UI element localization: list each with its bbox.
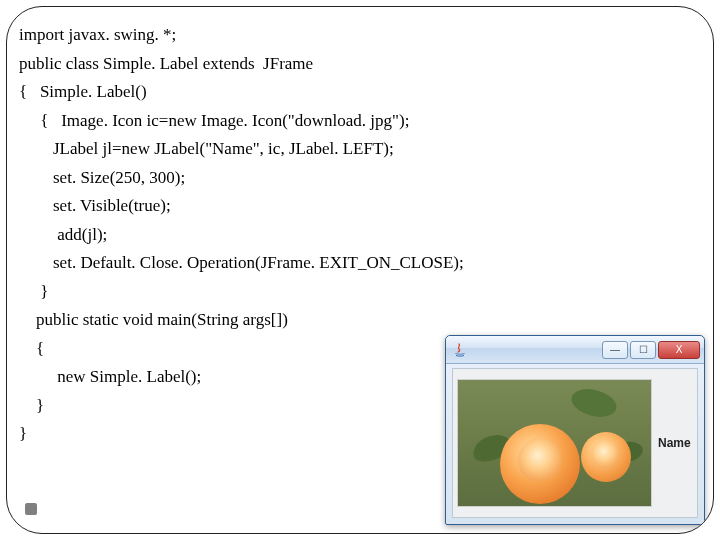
java-icon xyxy=(452,342,468,358)
rose-image xyxy=(457,379,652,507)
close-button[interactable]: X xyxy=(658,341,700,359)
slide-frame: import javax. swing. *; public class Sim… xyxy=(6,6,714,534)
app-window: — ☐ X Name xyxy=(445,335,705,525)
code-line: set. Size(250, 300); xyxy=(19,164,579,193)
maximize-button[interactable]: ☐ xyxy=(630,341,656,359)
code-line: JLabel jl=new JLabel("Name", ic, JLabel.… xyxy=(19,135,579,164)
code-line: } xyxy=(19,278,579,307)
code-line: set. Default. Close. Operation(JFrame. E… xyxy=(19,249,579,278)
code-line: import javax. swing. *; xyxy=(19,21,579,50)
code-line: public static void main(String args[]) xyxy=(19,306,579,335)
minimize-button[interactable]: — xyxy=(602,341,628,359)
window-client-area: Name xyxy=(452,368,698,518)
name-label: Name xyxy=(658,436,691,450)
code-line: { Image. Icon ic=new Image. Icon("downlo… xyxy=(19,107,579,136)
code-line: { Simple. Label() xyxy=(19,78,579,107)
slide-bullet-icon xyxy=(25,503,37,515)
titlebar[interactable]: — ☐ X xyxy=(446,336,704,364)
code-line: set. Visible(true); xyxy=(19,192,579,221)
code-line: add(jl); xyxy=(19,221,579,250)
code-line: public class Simple. Label extends JFram… xyxy=(19,50,579,79)
